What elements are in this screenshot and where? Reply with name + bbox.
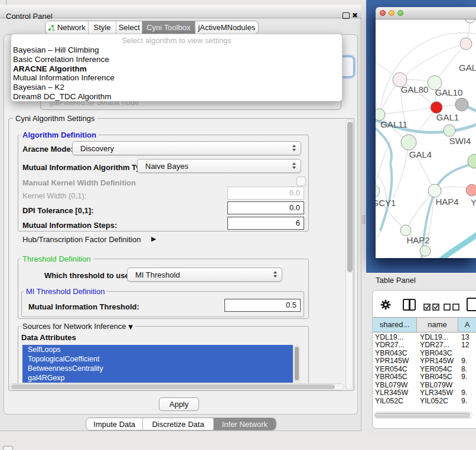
network-node[interactable] [466, 184, 476, 196]
column-header-partial[interactable]: A [458, 317, 476, 332]
network-node[interactable] [455, 98, 468, 111]
table-cell[interactable]: YDL19... [420, 334, 448, 341]
split-view-icon[interactable] [403, 299, 416, 311]
table-cell[interactable]: YBR043C [420, 350, 452, 357]
table-row[interactable]: YBL079WYBL079W [373, 381, 476, 389]
table-cell[interactable]: YIL052C [375, 397, 403, 405]
algorithm-option[interactable]: Mutual Information Inference [11, 73, 342, 83]
table-row[interactable]: YPR145WYPR145W9. [373, 357, 476, 365]
close-window-icon[interactable]: ✖ [352, 11, 358, 19]
algorithm-option[interactable]: Bayesian – Hill Climbing [11, 45, 342, 55]
table-horizontal-scrollbar[interactable] [374, 412, 472, 419]
settings-horizontal-scrollbar-thumb[interactable] [11, 384, 335, 389]
dpi-tolerance-field[interactable]: 0.0 [227, 201, 304, 214]
table-cell[interactable]: YIL052C [420, 397, 448, 405]
table-cell[interactable]: 9. [461, 357, 467, 365]
table-cell[interactable]: YDR27... [375, 341, 405, 349]
tab-cyni-toolbox[interactable]: Cyni Toolbox [142, 21, 195, 34]
table-cell[interactable]: YDL19... [375, 334, 403, 341]
expand-arrow-icon[interactable]: ▶ [151, 235, 156, 243]
table-row[interactable]: YER054CYER054C8. [373, 366, 476, 373]
table-row[interactable]: YIL052CYIL052C9. [373, 397, 476, 405]
table-cell[interactable]: 12 [461, 341, 470, 349]
kernel-width-field[interactable]: 0.0 [227, 187, 304, 200]
table-row[interactable]: YBR043CYBR043C [373, 350, 476, 357]
data-attribute-item[interactable]: gal4RGexp [22, 373, 293, 383]
network-node[interactable] [400, 225, 411, 236]
network-view-window[interactable]: GALGAL80GAL10GAL1GAL11SWI4GAL4HAP4YGCY1H… [376, 7, 476, 258]
panel-splitter-grip[interactable] [361, 215, 366, 224]
hub-definition-label[interactable]: Hub/Transcription Factor Definition [22, 235, 141, 244]
attributes-scrollbar-thumb[interactable] [295, 347, 299, 380]
tab-impute-data[interactable]: Impute Data [86, 418, 142, 430]
tab-select[interactable]: Select [116, 21, 142, 34]
network-node[interactable] [444, 125, 455, 136]
table-cell[interactable]: YBL079W [375, 381, 407, 389]
table-cell[interactable]: YER054C [420, 366, 452, 373]
table-cell[interactable]: 9. [461, 389, 467, 397]
table-row[interactable]: YLR345WYLR345W9. [373, 389, 476, 397]
tab-infer-network[interactable]: Infer Network [213, 418, 276, 430]
column-header-shared-name[interactable]: shared... [373, 317, 417, 332]
apply-button[interactable]: Apply [159, 397, 199, 411]
table-row[interactable]: YDR27...YDR27...12 [373, 341, 476, 349]
network-node[interactable] [460, 38, 472, 50]
data-attributes-list[interactable]: SelfLoopsTopologicalCoefficientBetweenne… [22, 345, 293, 383]
tab-style[interactable]: Style [88, 21, 116, 34]
table-cell[interactable]: YBL079W [420, 381, 452, 389]
column-header-name[interactable]: name [417, 317, 458, 332]
manual-kernel-checkbox[interactable] [296, 177, 306, 186]
table-cell[interactable]: YLR345W [420, 389, 453, 397]
tab-discretize-data[interactable]: Discretize Data [142, 418, 213, 430]
table-cell[interactable]: YER054C [375, 366, 407, 373]
mi-steps-field[interactable]: 6 [227, 217, 304, 230]
table-cell[interactable]: 8. [461, 366, 467, 373]
document-icon[interactable] [467, 298, 476, 311]
sources-title[interactable]: Sources for Network Inference ▼ [20, 322, 135, 331]
data-attribute-item[interactable]: BetweennessCentrality [22, 364, 293, 373]
network-node[interactable] [428, 184, 441, 197]
data-attribute-item[interactable]: SelfLoops [22, 345, 293, 354]
mi-type-combobox[interactable]: Naive Bayes [137, 159, 301, 173]
panel-dock-icon[interactable] [3, 446, 13, 450]
which-threshold-combobox[interactable]: MI Threshold [127, 268, 282, 282]
table-horizontal-scrollbar-thumb[interactable] [375, 413, 470, 418]
control-panel-titlebar[interactable]: Control Panel ✖ [0, 5, 361, 18]
settings-horizontal-scrollbar[interactable] [9, 383, 344, 390]
network-node[interactable] [401, 135, 416, 150]
table-cell[interactable]: YPR145W [375, 357, 409, 365]
table-cell[interactable]: 13 [461, 334, 470, 341]
float-window-icon[interactable] [343, 12, 350, 19]
settings-vertical-scrollbar[interactable] [345, 119, 353, 390]
table-cell[interactable]: 9. [461, 397, 467, 405]
table-cell[interactable]: YBR043C [375, 350, 407, 357]
aracne-mode-combobox[interactable]: Discovery [72, 141, 301, 155]
settings-vertical-scrollbar-thumb[interactable] [347, 122, 353, 272]
table-cell[interactable]: YDR27... [420, 341, 449, 349]
zoom-traffic-light-icon[interactable] [397, 10, 403, 16]
network-node[interactable] [376, 185, 380, 197]
network-node[interactable] [431, 102, 442, 113]
table-cell[interactable]: YPR145W [420, 357, 454, 365]
table-settings-gear-icon[interactable] [380, 299, 391, 312]
table-row[interactable]: YDL19...YDL19...13 [373, 334, 476, 341]
data-attribute-item[interactable]: TopologicalCoefficient [22, 354, 293, 364]
close-traffic-light-icon[interactable] [380, 10, 386, 16]
attributes-scrollbar[interactable] [294, 345, 300, 383]
tab-jactivemnodules[interactable]: jActiveMNodules [195, 21, 258, 34]
algorithm-option[interactable]: ARACNE Algorithm [11, 64, 342, 74]
network-window-titlebar[interactable] [376, 7, 476, 19]
mi-threshold-field[interactable]: 0.5 [224, 299, 301, 312]
table-cell[interactable]: YBR045C [375, 373, 407, 381]
network-node[interactable] [376, 109, 385, 120]
unselect-all-columns-icon[interactable] [444, 302, 460, 313]
network-node[interactable] [465, 19, 475, 23]
minimize-traffic-light-icon[interactable] [389, 10, 395, 16]
table-cell[interactable]: YLR345W [375, 389, 408, 397]
algorithm-option[interactable]: Basic Correlation Inference [11, 55, 342, 64]
algorithm-option[interactable]: Dream8 DC_TDC Algorithm [11, 92, 342, 102]
select-all-columns-icon[interactable] [423, 302, 440, 313]
tab-network[interactable]: Network [45, 21, 88, 34]
network-node[interactable] [420, 246, 431, 256]
network-canvas[interactable]: GALGAL80GAL10GAL1GAL11SWI4GAL4HAP4YGCY1H… [376, 19, 476, 258]
